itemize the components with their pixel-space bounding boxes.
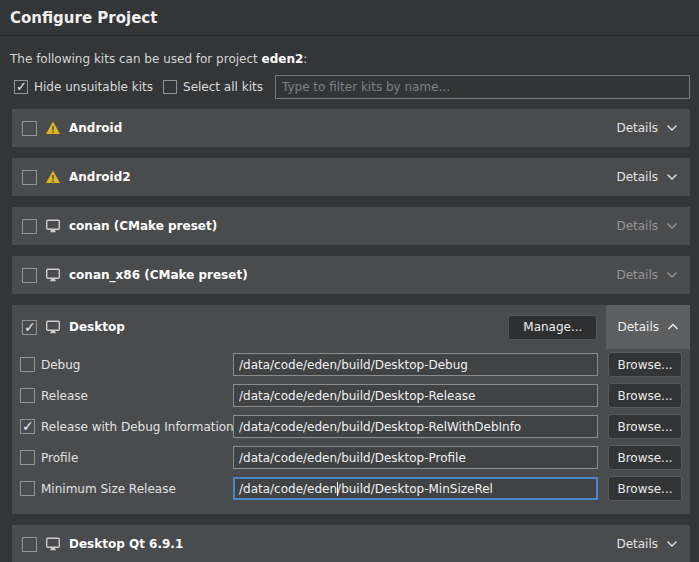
kit-name: Android2 bbox=[69, 170, 131, 184]
kit-row-desktop-qt: Desktop Qt 6.9.1 Details bbox=[12, 525, 690, 562]
hide-unsuitable-kits-checkbox[interactable] bbox=[14, 80, 28, 94]
desktop-icon bbox=[45, 267, 61, 283]
details-button[interactable]: Details bbox=[616, 537, 678, 551]
kit-checkbox[interactable] bbox=[22, 170, 37, 185]
kit-name: Android bbox=[69, 121, 122, 135]
kit-checkbox[interactable] bbox=[22, 121, 37, 136]
kit-checkbox[interactable] bbox=[22, 537, 37, 552]
build-config-row-relwithdebinfo: Release with Debug Information Browse... bbox=[12, 411, 690, 442]
desktop-icon bbox=[45, 218, 61, 234]
chevron-down-icon bbox=[666, 540, 678, 548]
details-button[interactable]: Details bbox=[616, 121, 678, 135]
kit-row-desktop: Desktop Manage... Details bbox=[12, 305, 690, 349]
build-config-label: Profile bbox=[41, 451, 233, 465]
intro-text: The following kits can be used for proje… bbox=[10, 52, 689, 66]
select-all-kits-label: Select all kits bbox=[183, 80, 263, 94]
build-config-row-profile: Profile Browse... bbox=[12, 442, 690, 473]
kit-filter-input[interactable] bbox=[275, 75, 690, 99]
kit-checkbox[interactable] bbox=[22, 268, 37, 283]
kit-checkbox[interactable] bbox=[22, 320, 37, 335]
build-dir-input[interactable] bbox=[233, 384, 598, 407]
kit-row-android2: Android2 Details bbox=[12, 158, 690, 196]
browse-button[interactable]: Browse... bbox=[608, 445, 682, 470]
details-button-expanded[interactable]: Details bbox=[606, 305, 690, 349]
build-config-checkbox[interactable] bbox=[20, 388, 35, 403]
kit-row-android: Android Details bbox=[12, 109, 690, 147]
browse-button[interactable]: Browse... bbox=[608, 414, 682, 439]
build-dir-input[interactable] bbox=[233, 353, 598, 376]
kit-name: conan (CMake preset) bbox=[69, 219, 217, 233]
build-config-label: Release with Debug Information bbox=[41, 420, 233, 434]
hide-unsuitable-kits-label: Hide unsuitable kits bbox=[34, 80, 153, 94]
select-all-kits-checkbox-group[interactable]: Select all kits bbox=[163, 80, 263, 94]
build-dir-input-focused[interactable]: /data/code/eden /build/Desktop-MinSizeRe… bbox=[233, 477, 598, 500]
desktop-icon bbox=[45, 536, 61, 552]
chevron-down-icon bbox=[666, 271, 678, 279]
warning-icon bbox=[45, 169, 61, 185]
details-button[interactable]: Details bbox=[616, 219, 678, 233]
browse-button[interactable]: Browse... bbox=[608, 352, 682, 377]
build-config-checkbox[interactable] bbox=[20, 450, 35, 465]
details-button[interactable]: Details bbox=[616, 170, 678, 184]
kit-checkbox[interactable] bbox=[22, 219, 37, 234]
page-title: Configure Project bbox=[0, 0, 699, 36]
desktop-icon bbox=[45, 319, 61, 335]
build-dir-input[interactable] bbox=[233, 415, 598, 438]
kit-row-conan: conan (CMake preset) Details bbox=[12, 207, 690, 245]
build-config-checkbox[interactable] bbox=[20, 357, 35, 372]
chevron-down-icon bbox=[666, 173, 678, 181]
manage-button[interactable]: Manage... bbox=[508, 315, 597, 340]
project-name: eden2 bbox=[262, 52, 304, 66]
browse-button[interactable]: Browse... bbox=[608, 383, 682, 408]
build-config-row-minsizerel: Minimum Size Release /data/code/eden /bu… bbox=[12, 473, 690, 504]
kit-row-conan-x86: conan_x86 (CMake preset) Details bbox=[12, 256, 690, 294]
build-config-label: Minimum Size Release bbox=[41, 482, 233, 496]
select-all-kits-checkbox[interactable] bbox=[163, 80, 177, 94]
build-config-checkbox[interactable] bbox=[20, 419, 35, 434]
build-config-row-release: Release Browse... bbox=[12, 380, 690, 411]
details-button[interactable]: Details bbox=[616, 268, 678, 282]
build-dir-input[interactable] bbox=[233, 446, 598, 469]
chevron-down-icon bbox=[666, 222, 678, 230]
build-config-label: Release bbox=[41, 389, 233, 403]
build-config-label: Debug bbox=[41, 358, 233, 372]
chevron-up-icon bbox=[667, 323, 679, 331]
kit-name: Desktop Qt 6.9.1 bbox=[69, 537, 183, 551]
kit-list: Android Details Android2 Details conan (… bbox=[12, 109, 690, 562]
warning-icon bbox=[45, 120, 61, 136]
kit-name: Desktop bbox=[69, 320, 125, 334]
browse-button[interactable]: Browse... bbox=[608, 476, 682, 501]
kit-name: conan_x86 (CMake preset) bbox=[69, 268, 248, 282]
kit-panel-desktop: Desktop Manage... Details Debug Browse..… bbox=[12, 305, 690, 514]
build-config-checkbox[interactable] bbox=[20, 481, 35, 496]
build-config-row-debug: Debug Browse... bbox=[12, 349, 690, 380]
filter-bar: Hide unsuitable kits Select all kits bbox=[14, 76, 690, 98]
chevron-down-icon bbox=[666, 124, 678, 132]
hide-unsuitable-kits-checkbox-group[interactable]: Hide unsuitable kits bbox=[14, 80, 153, 94]
